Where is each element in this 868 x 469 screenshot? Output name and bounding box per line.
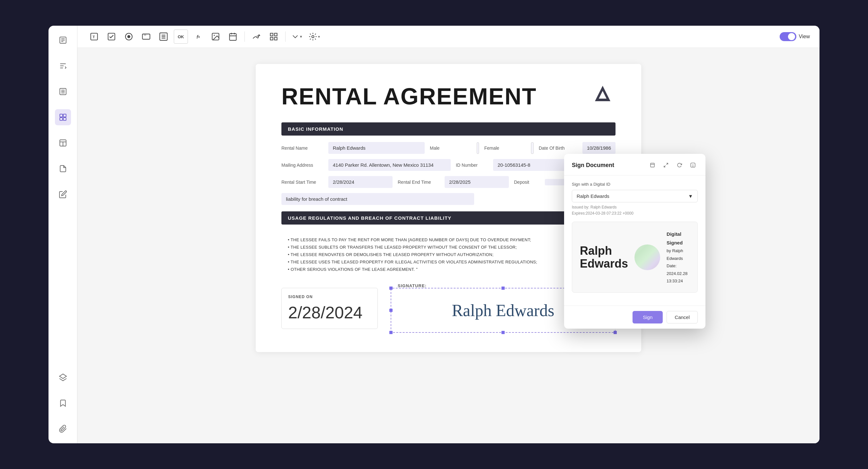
toggle-track	[780, 32, 796, 41]
toolbar-tools: T	[87, 30, 321, 44]
signed-date-box: SIGNED ON 2/28/2024	[281, 288, 378, 329]
svg-marker-15	[59, 374, 66, 378]
sidebar-item-text[interactable]	[55, 58, 71, 74]
ok-tool-button[interactable]: OK	[174, 30, 188, 44]
rental-start-label: Rental Start Time	[281, 180, 323, 185]
svg-rect-9	[63, 114, 66, 117]
svg-rect-40	[651, 163, 654, 167]
sidebar-item-bookmark[interactable]	[55, 395, 71, 411]
modal-icons	[648, 160, 698, 170]
svg-text:T: T	[93, 35, 95, 39]
tab-tool-button[interactable]	[139, 30, 153, 44]
digital-signed-title: Digital Signed	[666, 230, 690, 247]
document-logo	[590, 83, 616, 109]
sign-button[interactable]: Sign	[632, 311, 663, 323]
cancel-button[interactable]: Cancel	[666, 311, 698, 323]
modal-title: Sign Document	[572, 162, 614, 169]
view-toggle[interactable]: View	[780, 32, 810, 41]
preview-name-line2: Edwards	[580, 257, 628, 270]
name-gender-dob-row: Rental Name Ralph Edwards Male Female Da…	[281, 142, 616, 154]
sign-tool-button[interactable]	[249, 30, 264, 44]
document: RENTAL AGREEMENT BASIC INFORMATION Renta…	[256, 64, 641, 352]
sidebar-item-list[interactable]	[55, 84, 71, 100]
signer-dropdown[interactable]: Ralph Edwards ▼	[572, 190, 698, 202]
svg-point-20	[127, 35, 130, 38]
liability-field[interactable]: liability for breach of contract	[281, 193, 474, 205]
gender-female-checkbox[interactable]	[531, 142, 533, 154]
modal-info-button[interactable]	[688, 160, 698, 170]
handle-tc	[501, 286, 505, 290]
sidebar-item-notes[interactable]	[55, 161, 71, 177]
svg-rect-36	[274, 37, 277, 40]
grid-tool-button[interactable]	[267, 30, 281, 44]
sign-method-label: Sign with a Digital ID	[572, 182, 698, 187]
svg-rect-10	[60, 118, 63, 121]
rental-end-field[interactable]: 2/28/2025	[444, 176, 509, 188]
svg-line-43	[664, 165, 665, 167]
modal-expand-button[interactable]	[661, 160, 671, 170]
mailing-address-field[interactable]: 4140 Parker Rd. Allentown, New Mexico 31…	[328, 159, 451, 171]
deposit-label: Deposit	[514, 180, 540, 185]
usage-item-2: THE LESSEE SUBLETS OR TRANSFERS THE LEAS…	[288, 244, 609, 251]
dropdown-chevron: ▼	[688, 193, 693, 199]
svg-rect-35	[271, 37, 273, 40]
rental-start-field[interactable]: 2/28/2024	[328, 176, 393, 188]
svg-rect-29	[230, 34, 237, 40]
modal-header: Sign Document	[564, 154, 706, 176]
gender-male-label: Male	[430, 146, 472, 151]
handle-tl	[389, 286, 393, 290]
modal-footer: Sign Cancel	[564, 306, 706, 329]
calendar-tool-button[interactable]	[226, 30, 240, 44]
preview-name: Ralph Edwards	[580, 245, 628, 270]
usage-item-5: OTHER SERIOUS VIOLATIONS OF THE LEASE AG…	[288, 265, 609, 273]
digital-signed-time: 13:33:24	[666, 277, 690, 285]
mailing-address-label: Mailing Address	[281, 162, 323, 168]
svg-rect-34	[274, 33, 277, 36]
list-tool-button[interactable]	[156, 30, 170, 44]
svg-rect-8	[60, 114, 63, 117]
arrow-dropdown-button[interactable]: ▼	[290, 30, 304, 44]
signer-name: Ralph Edwards	[577, 193, 610, 199]
sidebar-item-layers[interactable]	[55, 369, 71, 385]
document-area[interactable]: RENTAL AGREEMENT BASIC INFORMATION Renta…	[78, 48, 819, 443]
modal-minimize-button[interactable]	[648, 160, 657, 170]
rental-name-label: Rental Name	[281, 146, 323, 151]
gender-male-checkbox[interactable]	[477, 142, 479, 154]
handle-ml	[389, 309, 393, 312]
sidebar-item-attachment[interactable]	[55, 421, 71, 437]
sidebar-item-document[interactable]	[55, 32, 71, 48]
sidebar-item-edit[interactable]	[55, 186, 71, 202]
usage-item-4: THE LESSEE USES THE LEASED PROPERTY FOR …	[288, 258, 609, 265]
text-tool-button[interactable]: T	[87, 30, 101, 44]
sidebar-item-active[interactable]	[55, 109, 71, 125]
gender-female-label: Female	[484, 146, 526, 151]
toolbar-right: View	[780, 32, 810, 41]
modal-refresh-button[interactable]	[675, 160, 684, 170]
checkbox-tool-button[interactable]	[104, 30, 119, 44]
signed-date-value: 2/28/2024	[288, 303, 371, 322]
digital-signed-by: by Ralph Edwards	[666, 247, 690, 262]
svg-rect-11	[63, 118, 66, 121]
main-content: T	[78, 26, 819, 443]
image-tool-button[interactable]	[209, 30, 223, 44]
handle-bc	[501, 331, 505, 334]
rental-name-field[interactable]: Ralph Edwards	[328, 142, 425, 154]
view-label: View	[799, 34, 810, 39]
svg-point-28	[214, 35, 215, 36]
handle-bl	[389, 331, 393, 334]
radio-tool-button[interactable]	[122, 30, 136, 44]
sidebar-item-table[interactable]	[55, 135, 71, 151]
svg-line-42	[666, 163, 668, 165]
digital-info: Digital Signed by Ralph Edwards Date: 20…	[666, 230, 690, 285]
sidebar	[49, 26, 78, 443]
usage-item-3: THE LESSEE RENOVATES OR DEMOLISHES THE L…	[288, 251, 609, 258]
toolbar-sep-2	[285, 31, 286, 42]
settings-button[interactable]: ▼	[307, 30, 321, 44]
sign-preview-card: Ralph Edwards Digital Signed by Ralph Ed…	[572, 222, 698, 293]
dob-field[interactable]: 10/28/1986	[582, 142, 616, 154]
formula-tool-button[interactable]: fx	[191, 30, 205, 44]
signed-on-label: SIGNED ON	[288, 294, 371, 299]
toggle-thumb	[788, 33, 795, 40]
digital-seal	[634, 245, 660, 270]
svg-point-37	[312, 36, 314, 38]
